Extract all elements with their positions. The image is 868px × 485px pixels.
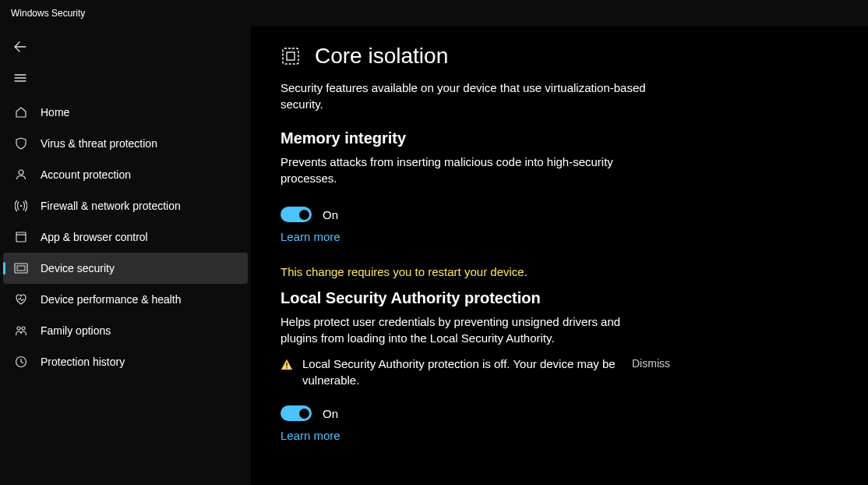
svg-rect-10	[286, 363, 288, 366]
lsa-learn-more-link[interactable]: Learn more	[281, 429, 340, 442]
sidebar-item-home[interactable]: Home	[3, 97, 248, 128]
window-title-bar: Windows Security	[0, 0, 868, 27]
svg-rect-2	[16, 232, 26, 242]
history-icon	[14, 355, 28, 369]
svg-rect-4	[17, 266, 25, 271]
app-icon	[14, 230, 28, 244]
lsa-warning-text: Local Security Authority protection is o…	[302, 356, 623, 388]
lsa-alert: Local Security Authority protection is o…	[281, 356, 670, 388]
window-title: Windows Security	[11, 8, 85, 19]
warning-icon	[281, 359, 293, 371]
page-title: Core isolation	[315, 44, 448, 69]
person-icon	[14, 168, 28, 182]
lsa-description: Helps protect user credentials by preven…	[281, 313, 655, 346]
home-icon	[14, 105, 28, 119]
family-icon	[14, 324, 28, 338]
svg-point-5	[17, 327, 20, 330]
chip-icon	[14, 261, 28, 275]
sidebar-item-app[interactable]: App & browser control	[3, 221, 248, 253]
sidebar-item-history[interactable]: Protection history	[3, 346, 248, 377]
toggle-knob	[299, 409, 309, 419]
sidebar-item-firewall[interactable]: Firewall & network protection	[3, 190, 248, 221]
sidebar-item-label: Firewall & network protection	[41, 200, 181, 212]
memory-integrity-learn-more-link[interactable]: Learn more	[281, 230, 340, 243]
sidebar-item-label: Protection history	[41, 356, 125, 368]
lsa-toggle-label: On	[323, 407, 338, 420]
lsa-heading: Local Security Authority protection	[281, 289, 856, 307]
main-content: Core isolation Security features availab…	[251, 27, 868, 485]
sidebar-item-label: Account protection	[41, 168, 131, 181]
sidebar-item-family[interactable]: Family options	[3, 315, 248, 346]
core-isolation-icon	[281, 46, 301, 66]
sidebar-item-performance[interactable]: Device performance & health	[3, 284, 248, 315]
sidebar-item-label: Family options	[41, 324, 111, 337]
sidebar-item-account[interactable]: Account protection	[3, 159, 248, 190]
svg-rect-9	[287, 52, 295, 60]
sidebar-item-virus[interactable]: Virus & threat protection	[3, 128, 248, 159]
memory-integrity-heading: Memory integrity	[281, 129, 856, 147]
sidebar-item-label: App & browser control	[41, 231, 148, 243]
memory-integrity-toggle[interactable]	[281, 207, 312, 222]
sidebar-item-label: Device security	[41, 262, 115, 274]
page-header: Core isolation	[281, 44, 856, 69]
sidebar: Home Virus & threat protection Account p…	[0, 27, 251, 485]
antenna-icon	[14, 199, 28, 213]
shield-icon	[14, 136, 28, 150]
memory-integrity-toggle-label: On	[323, 208, 338, 221]
hamburger-button[interactable]	[5, 62, 36, 94]
dismiss-link[interactable]: Dismiss	[632, 357, 670, 370]
svg-point-0	[19, 170, 23, 175]
restart-notice: This change requires you to restart your…	[281, 265, 856, 278]
nav-list: Home Virus & threat protection Account p…	[0, 97, 251, 377]
sidebar-item-label: Home	[41, 106, 69, 119]
svg-rect-8	[283, 48, 298, 64]
svg-rect-11	[286, 367, 288, 369]
sidebar-item-label: Device performance & health	[41, 293, 182, 306]
svg-rect-3	[15, 264, 27, 273]
sidebar-item-device-security[interactable]: Device security	[3, 253, 248, 284]
lsa-toggle-row: On	[281, 405, 856, 421]
memory-integrity-toggle-row: On	[281, 207, 856, 222]
heart-icon	[14, 292, 28, 306]
memory-integrity-description: Prevents attacks from inserting maliciou…	[281, 154, 655, 186]
back-button[interactable]	[5, 31, 36, 62]
back-arrow-icon	[14, 41, 26, 53]
toggle-knob	[299, 210, 309, 220]
svg-point-6	[22, 327, 25, 330]
svg-point-1	[20, 205, 22, 207]
lsa-toggle[interactable]	[281, 405, 312, 421]
sidebar-item-label: Virus & threat protection	[41, 137, 157, 150]
page-description: Security features available on your devi…	[281, 80, 655, 112]
hamburger-icon	[14, 72, 26, 84]
